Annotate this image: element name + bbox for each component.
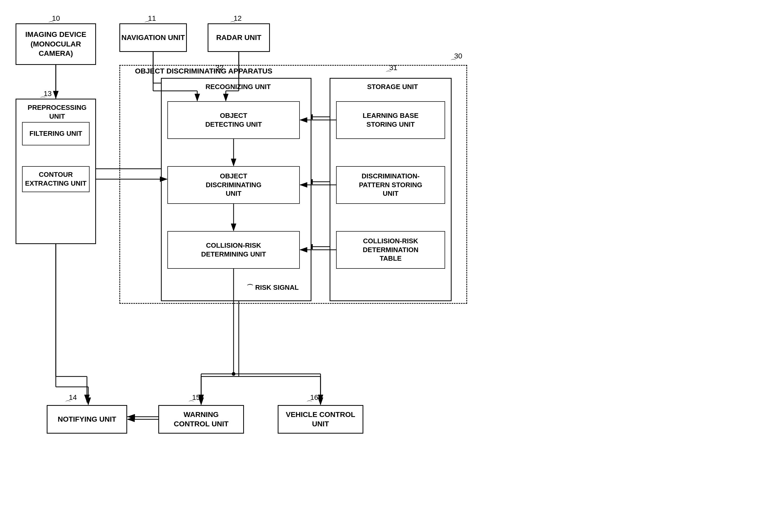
collision-risk-determining-unit-box: COLLISION-RISKDETERMINING UNIT bbox=[167, 231, 300, 269]
collision-risk-determining-unit-label: COLLISION-RISKDETERMINING UNIT bbox=[201, 241, 266, 259]
recognizing-unit-label: RECOGNIZING UNIT bbox=[206, 82, 271, 92]
object-discriminating-unit-box: OBJECTDISCRIMINATINGUNIT bbox=[167, 166, 300, 204]
navigation-unit-box: NAVIGATION UNIT bbox=[120, 23, 187, 52]
contour-extracting-unit-label: CONTOUREXTRACTING UNIT bbox=[25, 170, 87, 188]
navigation-unit-label: NAVIGATION UNIT bbox=[122, 33, 185, 42]
learning-base-storing-unit-label: LEARNING BASESTORING UNIT bbox=[363, 112, 418, 129]
discrimination-pattern-storing-unit-label: DISCRIMINATION-PATTERN STORINGUNIT bbox=[359, 172, 422, 198]
object-detecting-unit-label: OBJECTDETECTING UNIT bbox=[205, 112, 262, 129]
svg-point-43 bbox=[232, 372, 235, 376]
radar-unit-box: RADAR UNIT bbox=[208, 23, 270, 52]
vehicle-control-unit-box: VEHICLE CONTROLUNIT bbox=[278, 405, 363, 433]
risk-signal-label: ⌒ RISK SIGNAL bbox=[246, 283, 299, 292]
preprocessing-unit-label: PREPROCESSINGUNIT bbox=[28, 103, 87, 121]
filtering-unit-box: FILTERING UNIT bbox=[22, 122, 89, 145]
learning-base-storing-unit-box: LEARNING BASESTORING UNIT bbox=[336, 101, 445, 139]
object-detecting-unit-box: OBJECTDETECTING UNIT bbox=[167, 101, 300, 139]
imaging-device-label: IMAGING DEVICE (MONOCULAR CAMERA) bbox=[16, 30, 95, 58]
filtering-unit-label: FILTERING UNIT bbox=[29, 129, 82, 138]
warning-control-unit-box: WARNINGCONTROL UNIT bbox=[158, 405, 244, 433]
object-discriminating-apparatus-label: OBJECT DISCRIMINATING APPARATUS bbox=[135, 67, 272, 75]
vehicle-control-unit-label: VEHICLE CONTROLUNIT bbox=[286, 410, 355, 429]
object-discriminating-unit-label: OBJECTDISCRIMINATINGUNIT bbox=[206, 172, 261, 198]
notifying-unit-box: NOTIFYING UNIT bbox=[47, 405, 127, 433]
storage-unit-label: STORAGE UNIT bbox=[367, 82, 418, 92]
imaging-device-box: IMAGING DEVICE (MONOCULAR CAMERA) bbox=[16, 23, 96, 65]
notifying-unit-label: NOTIFYING UNIT bbox=[58, 415, 116, 424]
collision-risk-determination-table-box: COLLISION-RISKDETERMINATIONTABLE bbox=[336, 231, 445, 269]
discrimination-pattern-storing-unit-box: DISCRIMINATION-PATTERN STORINGUNIT bbox=[336, 166, 445, 204]
contour-extracting-unit-box: CONTOUREXTRACTING UNIT bbox=[22, 166, 89, 192]
collision-risk-determination-table-label: COLLISION-RISKDETERMINATIONTABLE bbox=[363, 237, 419, 263]
radar-unit-label: RADAR UNIT bbox=[216, 33, 261, 42]
diagram: 10 ⌒ 11 ⌒ 12 ⌒ 13 ⌒ 13a ⌒ 13b ⌒ 30 ⌒ 31 … bbox=[0, 0, 776, 532]
warning-control-unit-label: WARNINGCONTROL UNIT bbox=[174, 410, 228, 429]
